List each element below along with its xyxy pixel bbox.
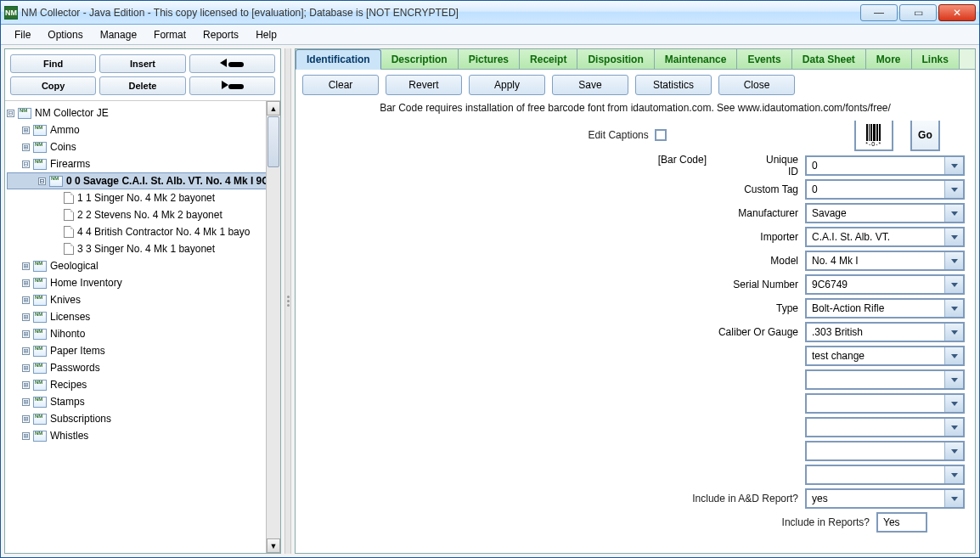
tree-toggle[interactable]: ⊞	[22, 398, 30, 406]
field-input[interactable]	[807, 252, 944, 269]
tab-receipt[interactable]: Receipt	[520, 49, 577, 69]
apply-button[interactable]: Apply	[469, 75, 545, 95]
tree-leaf[interactable]: 3 3 Singer No. 4 Mk 1 bayonet	[7, 240, 279, 257]
edit-captions-checkbox[interactable]	[655, 129, 667, 141]
field-input[interactable]	[807, 419, 944, 436]
chevron-down-icon[interactable]	[944, 252, 963, 269]
ad-report-input[interactable]	[807, 490, 944, 507]
find-button[interactable]: Find	[10, 54, 96, 73]
delete-button[interactable]: Delete	[99, 76, 185, 95]
tree-category[interactable]: ⊞Recipes	[7, 376, 279, 393]
field-combo[interactable]	[805, 465, 965, 485]
tree-toggle[interactable]: ⊞	[22, 313, 30, 321]
scroll-thumb[interactable]	[268, 116, 279, 167]
tree-category[interactable]: ⊞Knives	[7, 291, 279, 308]
prev-button[interactable]	[189, 54, 275, 73]
insert-button[interactable]: Insert	[99, 54, 185, 73]
scroll-down-button[interactable]: ▼	[267, 538, 280, 553]
field-combo[interactable]	[805, 369, 965, 390]
field-input[interactable]	[807, 205, 944, 222]
chevron-down-icon[interactable]	[944, 395, 963, 412]
chevron-down-icon[interactable]	[944, 157, 963, 174]
field-combo[interactable]	[805, 322, 965, 342]
tab-events[interactable]: Events	[737, 49, 791, 69]
tree-category[interactable]: ⊞Paper Items	[7, 342, 279, 359]
tab-links[interactable]: Links	[912, 49, 960, 69]
tree-scrollbar[interactable]: ▲ ▼	[266, 101, 280, 553]
tree-toggle[interactable]: ⊞	[22, 415, 30, 423]
tree-toggle[interactable]: ⊞	[22, 296, 30, 304]
chevron-down-icon[interactable]	[944, 371, 963, 388]
menu-help[interactable]: Help	[249, 27, 284, 42]
tree-toggle[interactable]: ⊞	[22, 144, 30, 151]
tree-leaf[interactable]: 1 1 Singer No. 4 Mk 2 bayonet	[7, 189, 279, 206]
save-button[interactable]: Save	[552, 75, 628, 95]
tree-category[interactable]: ⊞Stamps	[7, 393, 279, 410]
tab-pictures[interactable]: Pictures	[459, 49, 520, 69]
field-combo[interactable]	[805, 417, 965, 437]
tab-identification[interactable]: Identification	[296, 49, 381, 70]
tab-maintenance[interactable]: Maintenance	[655, 49, 738, 69]
field-input[interactable]	[807, 442, 944, 459]
menu-manage[interactable]: Manage	[93, 27, 144, 42]
tree-toggle[interactable]: ⊞	[22, 262, 30, 270]
splitter[interactable]	[284, 48, 291, 554]
tree-category[interactable]: ⊞Home Inventory	[7, 274, 279, 291]
tree-toggle[interactable]: ⊞	[22, 127, 30, 134]
chevron-down-icon[interactable]	[944, 228, 963, 245]
menu-reports[interactable]: Reports	[196, 27, 245, 42]
tree-toggle[interactable]: ⊟	[22, 161, 30, 168]
field-combo[interactable]	[805, 274, 965, 295]
close-panel-button[interactable]: Close	[718, 75, 795, 95]
tree-toggle[interactable]: ⊞	[22, 381, 30, 389]
menu-format[interactable]: Format	[147, 27, 193, 42]
field-input[interactable]	[807, 324, 944, 341]
tree-leaf[interactable]: 2 2 Stevens No. 4 Mk 2 bayonet	[7, 206, 279, 223]
field-input[interactable]	[807, 466, 944, 483]
chevron-down-icon[interactable]	[944, 466, 963, 483]
tree-leaf[interactable]: 4 4 British Contractor No. 4 Mk 1 bayo	[7, 223, 279, 240]
field-combo[interactable]	[805, 298, 965, 318]
field-input[interactable]	[807, 157, 944, 174]
tree-category[interactable]: ⊞Ammo	[7, 121, 279, 138]
tree-toggle[interactable]: ⊞	[22, 279, 30, 287]
tree-category[interactable]: ⊟Firearms	[7, 155, 279, 172]
tab-more[interactable]: More	[866, 49, 912, 69]
next-button[interactable]	[189, 76, 275, 95]
chevron-down-icon[interactable]	[944, 205, 963, 222]
field-combo[interactable]	[805, 393, 965, 414]
tree-category[interactable]: ⊞Geological	[7, 257, 279, 274]
chevron-down-icon[interactable]	[944, 276, 963, 293]
chevron-down-icon[interactable]	[944, 181, 963, 198]
chevron-down-icon[interactable]	[944, 490, 963, 507]
close-button[interactable]: ✕	[938, 4, 976, 21]
ad-report-combo[interactable]	[805, 488, 965, 509]
chevron-down-icon[interactable]	[944, 347, 963, 364]
tree-category[interactable]: ⊞Nihonto	[7, 325, 279, 342]
scroll-up-button[interactable]: ▲	[267, 101, 280, 116]
chevron-down-icon[interactable]	[944, 324, 963, 341]
tree-category[interactable]: ⊞Subscriptions	[7, 410, 279, 427]
chevron-down-icon[interactable]	[944, 442, 963, 459]
tree-item-selected[interactable]: ⊟0 0 Savage C.A.I. St. Alb. VT. No. 4 Mk…	[7, 172, 279, 189]
tab-data-sheet[interactable]: Data Sheet	[792, 49, 866, 69]
field-combo[interactable]	[805, 203, 965, 223]
field-input[interactable]	[807, 371, 944, 388]
tree[interactable]: ⊟NM Collector JE⊞Ammo⊞Coins⊟Firearms⊟0 0…	[5, 101, 280, 448]
field-combo[interactable]	[805, 227, 965, 247]
field-input[interactable]	[807, 395, 944, 412]
field-combo[interactable]	[805, 251, 965, 271]
tree-toggle[interactable]: ⊟	[7, 110, 14, 117]
tab-disposition[interactable]: Disposition	[577, 49, 654, 69]
chevron-down-icon[interactable]	[944, 300, 963, 317]
revert-button[interactable]: Revert	[386, 75, 462, 95]
tab-description[interactable]: Description	[381, 49, 459, 69]
field-combo[interactable]	[805, 155, 965, 176]
copy-button[interactable]: Copy	[10, 76, 96, 95]
field-input[interactable]	[807, 228, 944, 245]
tree-toggle[interactable]: ⊞	[22, 364, 30, 372]
tree-toggle[interactable]: ⊞	[22, 347, 30, 355]
tree-category[interactable]: ⊞Licenses	[7, 308, 279, 325]
statistics-button[interactable]: Statistics	[635, 75, 712, 95]
field-input[interactable]	[807, 276, 944, 293]
